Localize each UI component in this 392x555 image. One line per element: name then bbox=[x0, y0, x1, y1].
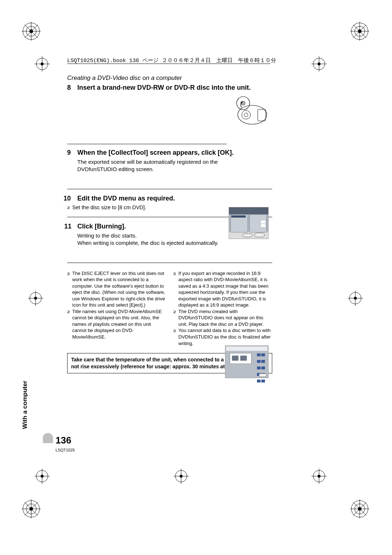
step-11: 11 Click [Burning]. Writing to the disc … bbox=[67, 223, 272, 257]
notes-section: The DISC EJECT lever on this unit does n… bbox=[67, 268, 272, 347]
registration-mark-icon bbox=[34, 56, 50, 72]
note-item: The DVD menu created with DVDfunSTUDIO d… bbox=[173, 308, 273, 328]
imposition-header: LSQT1025(ENG).book 136 ページ ２００６年２月４日 土曜日… bbox=[67, 57, 276, 64]
registration-mark-icon bbox=[311, 469, 327, 484]
divider bbox=[67, 189, 272, 189]
registration-mark-icon bbox=[28, 291, 43, 306]
step-heading: When the [CollectTool] screen appears, c… bbox=[67, 149, 272, 157]
step-heading: Click [Burning]. bbox=[67, 223, 272, 230]
burning-screenshot bbox=[225, 345, 269, 378]
step-heading: Edit the DVD menu as required. bbox=[67, 195, 272, 202]
registration-mark-icon bbox=[173, 469, 189, 484]
step-body-line: Writing to the disc starts. bbox=[77, 232, 137, 239]
divider bbox=[67, 144, 227, 144]
step-10: 10 Edit the DVD menu as required. Set th… bbox=[67, 195, 272, 211]
corner-radial-icon bbox=[22, 22, 41, 41]
svg-rect-62 bbox=[258, 109, 266, 121]
note-item: Title names set using DVD-MovieAlbumSE c… bbox=[67, 308, 166, 340]
doc-id: LSQT1025 bbox=[56, 448, 75, 452]
step-bullet: Set the disc size to [8 cm DVD]. bbox=[67, 204, 272, 211]
note-item: If you export an image recorded in 16:9 … bbox=[173, 270, 273, 308]
divider bbox=[67, 263, 272, 263]
step-number: 9 bbox=[67, 149, 71, 157]
svg-point-59 bbox=[238, 105, 267, 124]
header-rule bbox=[67, 64, 270, 64]
step-body: The exported scene will be automatically… bbox=[67, 158, 218, 173]
corner-radial-icon bbox=[350, 499, 369, 518]
svg-point-60 bbox=[242, 110, 250, 119]
step-heading: Insert a brand-new DVD-RW or DVD-R disc … bbox=[67, 84, 272, 92]
chapter-tab: With a computer bbox=[43, 381, 53, 443]
page-number: 136 bbox=[56, 435, 71, 446]
page-content: Creating a DVD-Video disc on a computer … bbox=[67, 74, 272, 373]
notes-column-left: The DISC EJECT lever on this unit does n… bbox=[67, 270, 166, 347]
step-9: 9 When the [CollectTool] screen appears,… bbox=[67, 149, 272, 183]
notes-column-right: If you export an image recorded in 16:9 … bbox=[173, 270, 273, 347]
step-number: 8 bbox=[67, 84, 71, 92]
step-body-line: When writing is complete, the disc is ej… bbox=[77, 240, 219, 246]
step-body: Writing to the disc starts. When writing… bbox=[67, 232, 238, 247]
section-title: Creating a DVD-Video disc on a computer bbox=[67, 74, 272, 82]
step-number: 10 bbox=[64, 195, 71, 202]
corner-radial-icon bbox=[22, 499, 41, 518]
registration-mark-icon bbox=[311, 56, 327, 72]
step-number: 11 bbox=[64, 223, 72, 230]
note-item: The DISC EJECT lever on this unit does n… bbox=[67, 270, 166, 308]
chapter-tab-cap bbox=[43, 433, 53, 443]
chapter-tab-label: With a computer bbox=[21, 371, 29, 429]
registration-mark-icon bbox=[34, 469, 50, 484]
svg-point-61 bbox=[244, 113, 248, 117]
note-item: You cannot add data to a disc written to… bbox=[173, 327, 273, 347]
registration-mark-icon bbox=[348, 291, 363, 306]
corner-radial-icon bbox=[350, 22, 369, 41]
step-8: 8 Insert a brand-new DVD-RW or DVD-R dis… bbox=[67, 84, 272, 131]
camcorder-illustration bbox=[232, 95, 269, 127]
